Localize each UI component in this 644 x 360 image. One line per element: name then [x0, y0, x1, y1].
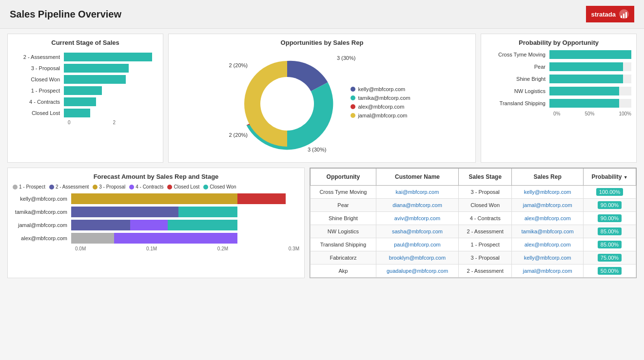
cell-rep: tamika@mbfcorp.com — [512, 225, 584, 238]
prob-bar-row: NW Logistics — [486, 87, 631, 95]
donut-label-3-30-right: 3 (30%) — [337, 55, 356, 61]
tamika-dot — [351, 95, 355, 100]
cell-stage: 2 - Assessment — [459, 265, 512, 278]
cell-rep: kelly@mbfcorp.com — [512, 251, 584, 265]
sort-icon: ▼ — [624, 175, 628, 180]
bar-track — [64, 75, 158, 84]
prob-badge: 90.00% — [598, 201, 622, 209]
stacked-track — [71, 220, 299, 230]
stacked-bar-label: jamal@mbfcorp.com — [13, 222, 71, 228]
table-row: Akp guadalupe@mbfcorp.com 2 - Assessment… — [311, 265, 636, 278]
prob-badge: 85.00% — [598, 241, 622, 248]
prob-x-axis: 0% 50% 100% — [486, 111, 631, 116]
cell-opportunity: Cross Tyme Moving — [311, 186, 376, 199]
prob-bar-label: NW Logistics — [486, 88, 549, 94]
cell-rep: alex@mbfcorp.com — [512, 212, 584, 225]
stacked-track — [71, 193, 299, 204]
cell-customer: sasha@mbfcorp.com — [376, 225, 458, 238]
donut-label-2-20-bottom-left: 2 (20%) — [229, 132, 248, 138]
donut-svg — [234, 50, 341, 157]
stacked-segment — [130, 220, 168, 230]
chart1-bars: 2 - Assessment 3 - Proposal Closed Won 1… — [13, 50, 158, 128]
cell-stage: Closed Won — [459, 199, 512, 212]
prob-track — [549, 75, 631, 83]
cell-stage: 2 - Assessment — [459, 225, 512, 238]
col-rep: Sales Rep — [512, 169, 584, 186]
table-row: Cross Tyme Moving kai@mbfcorp.com 3 - Pr… — [311, 186, 636, 199]
stacked-segment — [71, 220, 130, 230]
col-opportunity: Opportunity — [311, 169, 376, 186]
legend-label: Closed Lost — [174, 184, 199, 189]
legend-item: 3 - Proposal — [93, 184, 125, 189]
cell-prob: 90.00% — [584, 199, 636, 212]
col-customer: Customer Name — [376, 169, 458, 186]
cell-prob: 100.00% — [584, 186, 636, 199]
legend-item: Closed Won — [203, 184, 236, 189]
bar-row: Closed Lost — [13, 109, 158, 117]
cell-opportunity: Fabricatorz — [311, 251, 376, 265]
cell-opportunity: Shine Bright — [311, 212, 376, 225]
prob-track — [549, 62, 631, 71]
legend-kelly: kelly@mbfcorp.com — [351, 86, 410, 92]
legend-tamika: tamika@mbfcorp.com — [351, 95, 410, 101]
alex-label: alex@mbfcorp.com — [358, 104, 404, 110]
legend-item: Closed Lost — [167, 184, 199, 189]
svg-point-4 — [260, 77, 314, 131]
donut-legend: kelly@mbfcorp.com tamika@mbfcorp.com ale… — [351, 86, 410, 121]
prob-badge: 85.00% — [598, 227, 622, 235]
chart3-title: Probability by Opportunity — [486, 39, 631, 46]
prob-bar-row: Cross Tyme Moving — [486, 50, 631, 59]
bar-fill — [64, 64, 129, 73]
legend-item: 4 - Contracts — [129, 184, 163, 189]
alex-dot — [351, 104, 355, 109]
cell-stage: 3 - Proposal — [459, 251, 512, 265]
kelly-dot — [351, 87, 355, 92]
chart-probability: Probability by Opportunity Cross Tyme Mo… — [481, 34, 637, 163]
main-content: Current Stage of Sales 2 - Assessment 3 … — [0, 29, 644, 283]
data-table-card: Opportunity Customer Name Sales Stage Sa… — [310, 168, 637, 278]
prob-bar-label: Shine Bright — [486, 76, 549, 82]
table-header-row: Opportunity Customer Name Sales Stage Sa… — [311, 169, 636, 186]
prob-bars: Cross Tyme Moving Pear Shine Bright NW L… — [486, 50, 631, 116]
legend-label: 1 - Prospect — [19, 184, 45, 189]
stacked-bar-label: alex@mbfcorp.com — [13, 235, 71, 241]
stacked-bar-label: kelly@mbfcorp.com — [13, 196, 71, 202]
bar-label: Closed Won — [13, 76, 64, 82]
cell-stage: 1 - Prospect — [459, 238, 512, 251]
legend-box — [203, 185, 208, 189]
table-row: Shine Bright aviv@mbfcorp.com 4 - Contra… — [311, 212, 636, 225]
col-stage: Sales Stage — [459, 169, 512, 186]
prob-badge: 50.00% — [598, 267, 622, 275]
chart4-title: Forecast Amount by Sales Rep and Stage — [13, 173, 299, 180]
jamal-dot — [351, 113, 355, 118]
bar-track — [64, 86, 158, 95]
prob-track — [549, 50, 631, 59]
stacked-segment — [71, 207, 178, 217]
legend-jamal: jamal@mbfcorp.com — [351, 113, 410, 118]
logo: stratada — [586, 6, 634, 22]
stacked-track — [71, 207, 299, 217]
stacked-bar-row: alex@mbfcorp.com — [13, 233, 299, 244]
stacked-track — [71, 233, 299, 244]
legend-label: Closed Won — [210, 184, 236, 189]
cell-opportunity: Akp — [311, 265, 376, 278]
cell-customer: aviv@mbfcorp.com — [376, 212, 458, 225]
prob-bar-row: Shine Bright — [486, 75, 631, 83]
prob-fill — [549, 99, 619, 108]
cell-prob: 90.00% — [584, 212, 636, 225]
cell-opportunity: Transland Shipping — [311, 238, 376, 251]
cell-rep: kelly@mbfcorp.com — [512, 186, 584, 199]
stacked-bar-row: jamal@mbfcorp.com — [13, 220, 299, 230]
bar-row: 3 - Proposal — [13, 64, 158, 73]
stacked-bars: kelly@mbfcorp.com tamika@mbfcorp.com jam… — [13, 193, 299, 251]
stacked-segment — [178, 207, 237, 217]
donut-label-2-20-top-left: 2 (20%) — [229, 62, 248, 68]
bar-label: 1 - Prospect — [13, 88, 64, 94]
prob-fill — [549, 87, 619, 95]
bar-label: 3 - Proposal — [13, 65, 64, 71]
stacked-segment — [168, 220, 237, 230]
prob-fill — [549, 50, 631, 59]
logo-text: stratada — [591, 11, 616, 18]
chart-opportunities-rep: Opportunities by Sales Rep — [168, 34, 476, 163]
stacked-x-axis: 0.0M 0.1M 0.2M 0.3M — [13, 246, 299, 251]
